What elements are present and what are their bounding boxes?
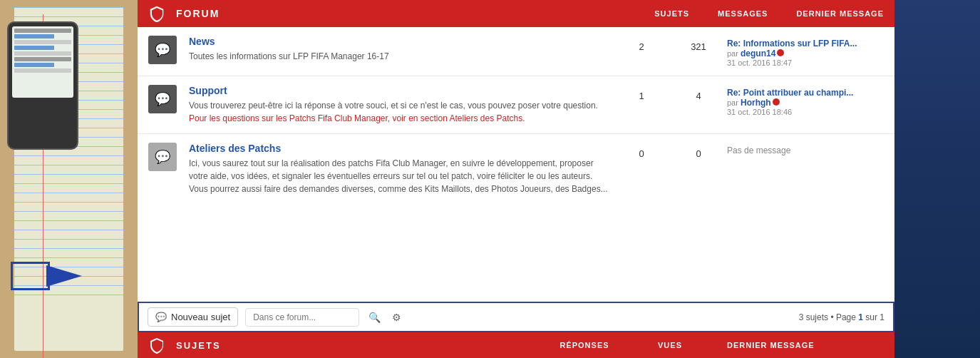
forum-header: FORUM SUJETS MESSAGES DERNIER MESSAGE [138, 0, 894, 27]
notebook-line [14, 183, 123, 184]
col-vues: VUES [641, 341, 698, 349]
forum-sujets-support: 1 [613, 85, 670, 101]
username-news: degun14 [741, 48, 775, 58]
notebook-line [14, 7, 123, 8]
forum-messages-ateliers: 0 [670, 143, 727, 159]
forum-sujets-news: 2 [613, 36, 670, 52]
shield-icon [148, 5, 165, 22]
forum-last-support: Re: Point attribuer au champi... par Hor… [727, 85, 884, 116]
timestamp-news: 31 oct. 2016 18:47 [727, 58, 884, 67]
notebook-line [14, 202, 123, 203]
forum-icon-box-news: 💬 [148, 36, 177, 64]
left-sidebar [0, 0, 138, 358]
arrow-triangle [46, 265, 82, 287]
last-link-support[interactable]: Re: Point attribuer au champi... [727, 88, 853, 98]
speech-bubble-icon-ateliers: 💬 [155, 149, 170, 165]
notebook-line [14, 248, 123, 249]
last-link-news[interactable]: Re: Informations sur LFP FIFA... [727, 39, 857, 48]
forum-logo [148, 5, 165, 22]
forum-info-news: News Toutes les informations sur LFP FIF… [189, 36, 613, 63]
forum-row-ateliers: 💬 Ateliers des Patchs Ici, vous saurez t… [138, 134, 894, 204]
second-header-title: SUJETS [176, 340, 221, 351]
phone-mockup [7, 21, 78, 150]
pagination-info: 3 sujets • Page 1 sur 1 [799, 312, 884, 322]
online-indicator-news [777, 49, 784, 56]
second-logo [148, 337, 165, 354]
notebook-line [14, 174, 123, 175]
forum-title: FORUM [176, 8, 220, 19]
phone-screen [12, 26, 73, 98]
notebook-line [14, 230, 123, 230]
page-number: 1 [858, 312, 863, 322]
forum-row-news: 💬 News Toutes les informations sur LFP F… [138, 27, 894, 76]
forum-messages-support: 4 [670, 85, 727, 101]
notebook-line [14, 193, 123, 193]
username-support: Horhgh [741, 98, 771, 108]
forum-row-support: 💬 Support Vous trouverez peut-être ici l… [138, 76, 894, 134]
speech-bubble-icon-support: 💬 [155, 91, 170, 107]
forum-title-news[interactable]: News [189, 36, 613, 47]
notebook-line [14, 220, 123, 221]
page-total: sur 1 [865, 312, 884, 322]
par-label-news: par [727, 49, 741, 58]
forum-info-ateliers: Ateliers des Patchs Ici, vous saurez tou… [189, 143, 613, 195]
forum-last-ateliers: Pas de message [727, 143, 884, 155]
timestamp-support: 31 oct. 2016 18:46 [727, 108, 884, 116]
pagination-text: 3 sujets • Page [799, 312, 856, 322]
speech-icon: 💬 [155, 312, 167, 322]
second-header-columns: RÉPONSES VUES DERNIER MESSAGE [556, 341, 884, 349]
col-dernier-message: DERNIER MESSAGE [796, 9, 884, 18]
online-indicator-support [773, 98, 780, 106]
forum-title-support[interactable]: Support [189, 85, 613, 96]
new-topic-label: Nouveau sujet [171, 312, 230, 322]
forum-desc-support: Vous trouverez peut-être ici la réponse … [189, 101, 598, 123]
col-messages: MESSAGES [718, 9, 768, 18]
action-bar: 💬 Nouveau sujet 🔍 ⚙ 3 sujets • Page 1 su… [138, 302, 894, 332]
no-message-label: Pas de message [727, 140, 790, 155]
forum-messages-news: 321 [670, 36, 727, 52]
arrow-annotation [11, 255, 96, 297]
forum-icon-box-support: 💬 [148, 85, 177, 113]
main-content: FORUM SUJETS MESSAGES DERNIER MESSAGE 💬 … [138, 0, 894, 358]
forum-table: 💬 News Toutes les informations sur LFP F… [138, 27, 894, 302]
sidebar-blur [894, 0, 980, 358]
forum-icon-support: 💬 [148, 85, 180, 113]
support-link[interactable]: Pour les questions sur les Patchs Fifa C… [189, 113, 525, 123]
right-sidebar [894, 0, 980, 358]
notebook-line [14, 211, 123, 212]
second-header: SUJETS RÉPONSES VUES DERNIER MESSAGE [138, 332, 894, 358]
forum-sujets-ateliers: 0 [613, 143, 670, 159]
new-topic-button[interactable]: 💬 Nouveau sujet [148, 307, 238, 327]
search-input[interactable] [245, 308, 359, 327]
forum-info-support: Support Vous trouverez peut-être ici la … [189, 85, 613, 125]
forum-icon-ateliers: 💬 [148, 143, 180, 171]
shield-icon-second [148, 337, 165, 354]
forum-desc-ateliers: Ici, vous saurez tout sur la réalisation… [189, 158, 608, 194]
notebook-line [14, 165, 123, 165]
col-sujets: SUJETS [654, 9, 689, 18]
forum-title-ateliers[interactable]: Ateliers des Patchs [189, 143, 613, 154]
forum-icon-news: 💬 [148, 36, 180, 64]
header-columns: SUJETS MESSAGES DERNIER MESSAGE [654, 9, 884, 18]
settings-button[interactable]: ⚙ [390, 310, 403, 325]
notebook-line [14, 155, 123, 156]
forum-desc-news: Toutes les informations sur LFP FIFA Man… [189, 51, 389, 61]
arrow-box [11, 262, 50, 290]
forum-icon-box-ateliers: 💬 [148, 143, 177, 171]
col-dernier-second: DERNIER MESSAGE [727, 341, 884, 349]
notebook-line [14, 239, 123, 240]
speech-bubble-icon: 💬 [155, 42, 170, 58]
par-label-support: par [727, 98, 741, 107]
notebook-line [14, 16, 123, 17]
search-button[interactable]: 🔍 [366, 310, 383, 325]
forum-last-news: Re: Informations sur LFP FIFA... par deg… [727, 36, 884, 67]
col-reponses: RÉPONSES [556, 341, 613, 349]
